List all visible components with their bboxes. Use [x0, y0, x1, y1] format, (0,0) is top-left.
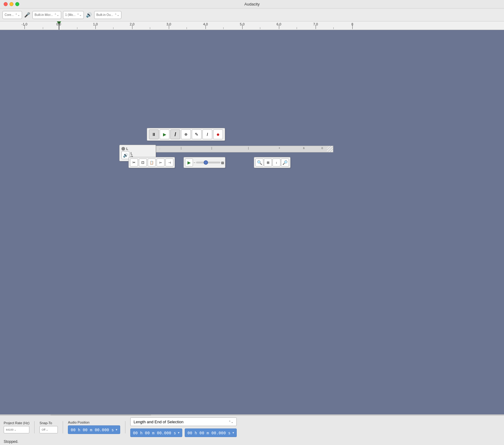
ruler-label: 6.0 — [276, 22, 281, 26]
snap-to-group: Snap-To Off ⌄ — [39, 421, 58, 433]
trim-icon: ⊢ — [159, 161, 162, 164]
zoom-in-icon: 🔍 — [257, 160, 262, 165]
mic-icon: 🎤 — [24, 12, 31, 18]
status-text: Stopped. — [4, 439, 18, 444]
play-speed-toolbar: ▶ − ▨ — [183, 157, 225, 168]
audio-position-display[interactable]: 00 h 00 m 00.000 s ▼ — [68, 425, 120, 434]
ruler-mini-mark: | — [181, 147, 181, 150]
status-bar: Project Rate (Hz) 44100 ⌄ Snap-To Off ⌄ … — [0, 414, 504, 445]
pencil-tool-button[interactable]: ✎ — [192, 129, 202, 139]
mute-icon — [121, 147, 125, 151]
mic-arrow: ⌃⌄ — [54, 13, 59, 17]
zoom-out-button[interactable]: 🔍 — [281, 159, 289, 166]
ruler-label: 1.0 — [93, 22, 98, 26]
playhead — [59, 21, 59, 30]
selection-mode-select[interactable]: Length and End of Selection ⌃⌄ — [130, 417, 237, 426]
minimize-button[interactable] — [9, 2, 13, 6]
end-time-display[interactable]: 00 h 00 m 00.000 s ▼ — [185, 428, 237, 437]
window-controls — [4, 2, 19, 6]
h-scrollbar[interactable] — [0, 415, 504, 416]
ruler-tick-minor — [43, 27, 43, 29]
zoom-fit-v-button[interactable]: ↕ — [272, 159, 280, 166]
ruler-label: 2.0 — [130, 22, 134, 26]
text-icon: I — [207, 132, 208, 137]
status-text-bar: Stopped. — [0, 439, 504, 445]
cut-button[interactable]: ✂ — [130, 159, 138, 166]
paste-button[interactable]: 📋 — [148, 159, 156, 166]
ruler-label: -1.0 — [22, 22, 28, 26]
silence-button[interactable]: ⊣ — [165, 159, 173, 166]
play-speed-icon: ▶ — [187, 160, 191, 165]
timeline-ruler[interactable]: -1.0 0.0 1.0 2.0 3.0 4.0 5.0 6.0 7.0 8 — [0, 21, 504, 30]
snap-to-select[interactable]: Off ⌄ — [39, 426, 58, 433]
zoom-in-button[interactable]: 🔍 — [255, 159, 263, 166]
cursor-icon: I — [174, 131, 176, 138]
snap-to-arrow: ⌄ — [46, 428, 48, 431]
audio-position-label: Audio Position — [68, 421, 120, 424]
maximize-button[interactable] — [15, 2, 19, 6]
ruler-tick-minor — [113, 27, 113, 29]
trim-button[interactable]: ⊢ — [157, 159, 165, 166]
waveform-ruler[interactable]: . | | | + 6 0 — [156, 146, 333, 152]
channels-select[interactable]: 1 (Mo... ⌃⌄ — [63, 11, 84, 19]
scrollbar-thumb[interactable] — [50, 415, 151, 415]
zoom-fit-button[interactable]: ⊞ — [264, 159, 272, 166]
zoom-fit-v-icon: ↕ — [276, 161, 277, 164]
zoom-out-icon: 🔍 — [283, 160, 288, 165]
channels-label: 1 (Mo... — [65, 13, 76, 17]
ruler-tick-minor — [223, 27, 224, 29]
device-arrow: ⌃⌄ — [15, 13, 20, 17]
end-time-value: 00 h 00 m 00.000 s — [187, 431, 231, 435]
app-title: Audacity — [244, 2, 260, 6]
ruler-label: 8 — [351, 22, 353, 26]
divider-1 — [34, 421, 35, 433]
device-select[interactable]: Core... ⌃⌄ — [2, 11, 22, 19]
device-label: Core... — [5, 13, 14, 17]
multitool-button[interactable]: ⊕ — [181, 129, 191, 139]
mic-select[interactable]: Built-in Micr... ⌃⌄ — [32, 11, 61, 19]
snap-to-value: Off — [42, 428, 45, 431]
ruler-label: 3.0 — [166, 22, 171, 26]
bottom-controls: Project Rate (Hz) 44100 ⌄ Snap-To Off ⌄ … — [0, 416, 504, 439]
zoom-toolbar: 🔍 ⊞ ↕ 🔍 — [254, 157, 291, 168]
ruler-inner: -1.0 0.0 1.0 2.0 3.0 4.0 5.0 6.0 7.0 8 — [0, 21, 504, 29]
multitool-icon: ⊕ — [184, 132, 187, 136]
play-button[interactable]: ▶ — [160, 129, 169, 139]
copy-button[interactable]: ⊡ — [139, 159, 147, 166]
pause-icon: ⏸ — [152, 132, 156, 137]
waveform-ruler-inner: . | | | + 6 0 — [156, 146, 333, 152]
close-button[interactable] — [4, 2, 8, 6]
cut-icon: ✂ — [132, 160, 135, 165]
ruler-label: 5.0 — [240, 22, 244, 26]
divider-2 — [63, 421, 63, 433]
text-tool-button[interactable]: I — [202, 129, 212, 139]
silence-icon: ⊣ — [168, 161, 171, 164]
record-button[interactable]: ● — [213, 129, 223, 139]
output-select[interactable]: Built-in Ou... ⌃⌄ — [94, 11, 121, 19]
audio-position-value: 00 h 00 m 00.000 s — [71, 428, 114, 432]
project-rate-label: Project Rate (Hz) — [4, 421, 29, 425]
speed-slider[interactable] — [196, 162, 220, 163]
ruler-label: 4.0 — [203, 22, 208, 26]
pause-button[interactable]: ⏸ — [149, 129, 159, 139]
ruler-hatch — [327, 146, 333, 152]
select-tool-button[interactable]: I — [170, 129, 180, 139]
copy-icon: ⊡ — [141, 160, 144, 165]
selection-group: Length and End of Selection ⌃⌄ 00 h 00 m… — [130, 417, 237, 437]
start-time-arrow: ▼ — [178, 431, 180, 434]
record-icon: ● — [217, 131, 220, 138]
project-rate-select[interactable]: 44100 ⌄ — [4, 426, 29, 433]
paste-icon: 📋 — [150, 161, 154, 165]
start-time-display[interactable]: 00 h 00 m 00.000 s ▼ — [130, 428, 182, 437]
ruler-tick-minor — [260, 27, 260, 29]
edit-toolbar: ✂ ⊡ 📋 ⊢ ⊣ — [128, 157, 175, 168]
speed-slider-thumb[interactable] — [204, 160, 208, 165]
ruler-mini-mark: | — [248, 147, 249, 150]
play-at-speed-button[interactable]: ▶ — [185, 159, 193, 166]
zoom-fit-icon: ⊞ — [267, 161, 269, 165]
main-content[interactable]: ⏸ ▶ I ⊕ ✎ I ● — [0, 30, 504, 414]
project-rate-value: 44100 — [6, 428, 13, 431]
ruler-mini-mark: | — [211, 147, 212, 150]
ruler-tick-minor — [297, 27, 297, 29]
ruler-mini-mark: + — [279, 147, 280, 150]
